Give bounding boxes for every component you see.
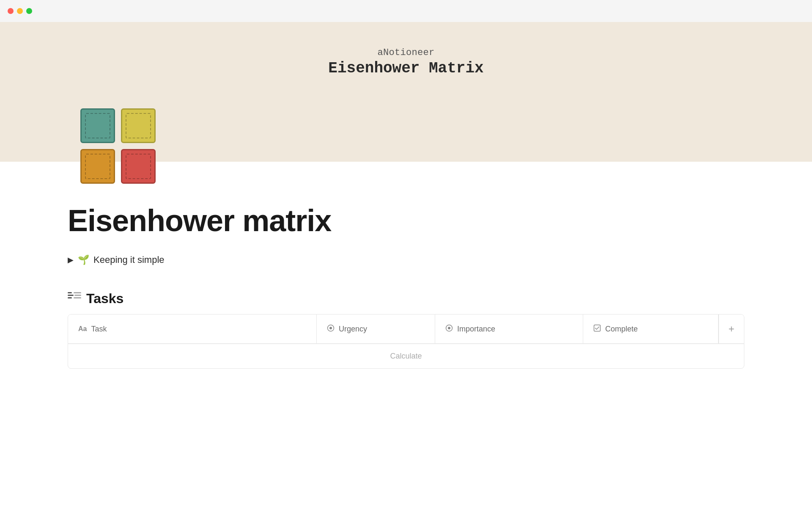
tasks-title: Tasks bbox=[86, 291, 123, 306]
importance-col-icon bbox=[445, 324, 453, 334]
svg-rect-2 bbox=[68, 297, 72, 298]
importance-col-label: Importance bbox=[457, 325, 495, 334]
svg-rect-4 bbox=[74, 295, 81, 296]
hero-banner: aNotioneer Eisenhower Matrix bbox=[0, 22, 812, 162]
task-col-icon: Aa bbox=[78, 325, 87, 333]
matrix-square-yellow bbox=[121, 108, 156, 143]
callout-text: Keeping it simple bbox=[93, 254, 165, 265]
urgency-col-icon bbox=[327, 324, 335, 334]
svg-rect-3 bbox=[74, 292, 81, 293]
add-column-button[interactable]: + bbox=[719, 315, 744, 343]
svg-rect-1 bbox=[68, 295, 74, 296]
svg-rect-5 bbox=[74, 297, 81, 298]
bottom-hint-text: Calculate bbox=[390, 352, 422, 361]
matrix-icon bbox=[80, 108, 159, 187]
svg-point-7 bbox=[329, 327, 332, 329]
column-header-task[interactable]: Aa Task bbox=[68, 315, 317, 343]
minimize-button[interactable] bbox=[17, 8, 23, 14]
matrix-square-orange bbox=[80, 149, 115, 184]
title-bar bbox=[0, 0, 812, 22]
add-column-icon: + bbox=[728, 323, 734, 335]
svg-rect-0 bbox=[68, 292, 72, 293]
hero-title: Eisenhower Matrix bbox=[328, 60, 483, 77]
tasks-section: Tasks Aa Task Urgency bbox=[68, 291, 744, 369]
callout-arrow-icon: ▶ bbox=[68, 255, 74, 265]
callout-emoji-icon: 🌱 bbox=[78, 254, 89, 265]
main-content: Eisenhower matrix ▶ 🌱 Keeping it simple … bbox=[0, 162, 812, 386]
maximize-button[interactable] bbox=[26, 8, 32, 14]
complete-col-icon bbox=[593, 324, 601, 334]
tasks-table: Aa Task Urgency bbox=[68, 314, 744, 369]
column-header-complete[interactable]: Complete bbox=[583, 315, 719, 343]
tasks-icon bbox=[68, 291, 81, 306]
matrix-square-teal bbox=[80, 108, 115, 143]
table-header: Aa Task Urgency bbox=[68, 315, 744, 344]
task-col-label: Task bbox=[91, 325, 107, 334]
svg-point-9 bbox=[448, 327, 450, 329]
hero-subtitle: aNotioneer bbox=[377, 47, 434, 58]
table-bottom-hint: Calculate bbox=[68, 344, 744, 368]
matrix-square-red bbox=[121, 149, 156, 184]
page-title: Eisenhower matrix bbox=[68, 204, 744, 237]
urgency-col-label: Urgency bbox=[339, 325, 367, 334]
close-button[interactable] bbox=[8, 8, 14, 14]
column-header-urgency[interactable]: Urgency bbox=[317, 315, 435, 343]
column-header-importance[interactable]: Importance bbox=[435, 315, 583, 343]
tasks-header: Tasks bbox=[68, 291, 744, 306]
callout-toggle[interactable]: ▶ 🌱 Keeping it simple bbox=[68, 254, 744, 265]
complete-col-label: Complete bbox=[605, 325, 638, 334]
